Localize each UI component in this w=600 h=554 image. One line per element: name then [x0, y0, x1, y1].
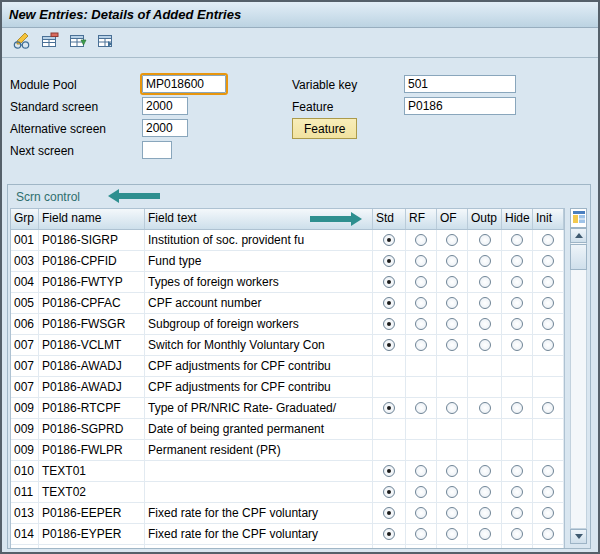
radio-of[interactable]: [446, 465, 458, 477]
radio-hide[interactable]: [511, 486, 523, 498]
radio-rf[interactable]: [415, 507, 427, 519]
cell-init: [533, 293, 564, 313]
table-row[interactable]: 009P0186-SGPRDDate of being granted perm…: [11, 419, 564, 440]
radio-rf[interactable]: [415, 465, 427, 477]
scrollbar-thumb[interactable]: [570, 244, 587, 270]
radio-outp[interactable]: [479, 255, 491, 267]
radio-outp[interactable]: [479, 486, 491, 498]
radio-std[interactable]: [383, 276, 395, 288]
radio-hide[interactable]: [511, 465, 523, 477]
radio-rf[interactable]: [415, 402, 427, 414]
radio-of[interactable]: [446, 528, 458, 540]
radio-hide[interactable]: [511, 234, 523, 246]
radio-outp[interactable]: [479, 318, 491, 330]
radio-std[interactable]: [383, 339, 395, 351]
radio-rf[interactable]: [415, 339, 427, 351]
table-row[interactable]: 016P0186-EEFPCIn excess of the statutory…: [11, 545, 564, 548]
table-row[interactable]: 009P0186-RTCPFType of PR/NRIC Rate- Grad…: [11, 398, 564, 419]
feature-field[interactable]: [404, 97, 516, 115]
radio-std[interactable]: [383, 486, 395, 498]
next-screen-field[interactable]: [142, 141, 172, 159]
radio-outp[interactable]: [479, 465, 491, 477]
radio-outp[interactable]: [479, 297, 491, 309]
table-configuration-button[interactable]: [570, 208, 587, 228]
table-row[interactable]: 006P0186-FWSGRSubgroup of foreign worker…: [11, 314, 564, 335]
radio-outp[interactable]: [479, 234, 491, 246]
radio-std[interactable]: [383, 528, 395, 540]
table-row[interactable]: 004P0186-FWTYPTypes of foreign workers: [11, 272, 564, 293]
radio-of[interactable]: [446, 255, 458, 267]
feature-button[interactable]: Feature: [292, 118, 357, 139]
radio-init[interactable]: [542, 339, 554, 351]
radio-init[interactable]: [542, 402, 554, 414]
radio-rf[interactable]: [415, 318, 427, 330]
radio-outp[interactable]: [479, 339, 491, 351]
insert-row-button[interactable]: [66, 31, 89, 54]
radio-of[interactable]: [446, 339, 458, 351]
table-row[interactable]: 013P0186-EEPERFixed rate for the CPF vol…: [11, 503, 564, 524]
scroll-up-button[interactable]: [570, 228, 587, 243]
radio-of[interactable]: [446, 507, 458, 519]
radio-of[interactable]: [446, 486, 458, 498]
radio-of[interactable]: [446, 276, 458, 288]
radio-init[interactable]: [542, 528, 554, 540]
radio-init[interactable]: [542, 297, 554, 309]
table-row[interactable]: 007P0186-AWADJCPF adjustments for CPF co…: [11, 356, 564, 377]
radio-std[interactable]: [383, 465, 395, 477]
radio-of[interactable]: [446, 402, 458, 414]
standard-screen-field[interactable]: [142, 97, 188, 115]
radio-hide[interactable]: [511, 507, 523, 519]
copy-row-button[interactable]: [94, 31, 117, 54]
radio-hide[interactable]: [511, 402, 523, 414]
radio-hide[interactable]: [511, 297, 523, 309]
radio-init[interactable]: [542, 486, 554, 498]
radio-std[interactable]: [383, 297, 395, 309]
radio-hide[interactable]: [511, 528, 523, 540]
table-row[interactable]: 007P0186-AWADJCPF adjustments for CPF co…: [11, 377, 564, 398]
radio-hide[interactable]: [511, 276, 523, 288]
radio-rf[interactable]: [415, 486, 427, 498]
cell-std: [373, 503, 406, 523]
radio-init[interactable]: [542, 318, 554, 330]
scroll-down-button[interactable]: [570, 529, 587, 544]
radio-init[interactable]: [542, 276, 554, 288]
table-row[interactable]: 005P0186-CPFACCPF account number: [11, 293, 564, 314]
radio-std[interactable]: [383, 318, 395, 330]
radio-std[interactable]: [383, 402, 395, 414]
scrollbar-track[interactable]: [570, 228, 587, 529]
radio-init[interactable]: [542, 255, 554, 267]
table-row[interactable]: 001P0186-SIGRPInstitution of soc. provid…: [11, 230, 564, 251]
alternative-screen-field[interactable]: [142, 119, 188, 137]
radio-of[interactable]: [446, 234, 458, 246]
radio-init[interactable]: [542, 507, 554, 519]
delete-row-button[interactable]: [38, 31, 61, 54]
radio-rf[interactable]: [415, 255, 427, 267]
radio-std[interactable]: [383, 255, 395, 267]
radio-outp[interactable]: [479, 276, 491, 288]
display-change-button[interactable]: [10, 31, 33, 54]
module-pool-field[interactable]: [142, 75, 226, 93]
radio-of[interactable]: [446, 297, 458, 309]
radio-rf[interactable]: [415, 234, 427, 246]
radio-rf[interactable]: [415, 528, 427, 540]
radio-std[interactable]: [383, 507, 395, 519]
table-row[interactable]: 010TEXT01: [11, 461, 564, 482]
radio-of[interactable]: [446, 318, 458, 330]
radio-hide[interactable]: [511, 339, 523, 351]
table-row[interactable]: 014P0186-EYPERFixed rate for the CPF vol…: [11, 524, 564, 545]
table-row[interactable]: 009P0186-FWLPRPermanent resident (PR): [11, 440, 564, 461]
table-row[interactable]: 007P0186-VCLMTSwitch for Monthly Volunta…: [11, 335, 564, 356]
radio-outp[interactable]: [479, 402, 491, 414]
radio-std[interactable]: [383, 234, 395, 246]
radio-hide[interactable]: [511, 318, 523, 330]
radio-outp[interactable]: [479, 507, 491, 519]
radio-hide[interactable]: [511, 255, 523, 267]
table-row[interactable]: 003P0186-CPFIDFund type: [11, 251, 564, 272]
radio-outp[interactable]: [479, 528, 491, 540]
radio-init[interactable]: [542, 465, 554, 477]
radio-rf[interactable]: [415, 276, 427, 288]
table-row[interactable]: 011TEXT02: [11, 482, 564, 503]
radio-rf[interactable]: [415, 297, 427, 309]
radio-init[interactable]: [542, 234, 554, 246]
variable-key-field[interactable]: [404, 75, 516, 93]
